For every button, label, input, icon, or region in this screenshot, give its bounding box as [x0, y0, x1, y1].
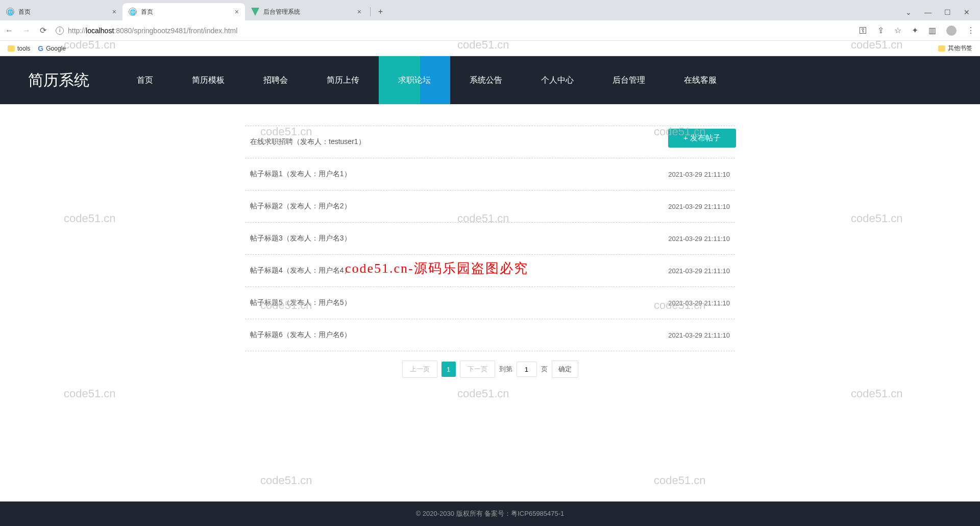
key-icon[interactable]: ⚿: [859, 26, 867, 35]
post-title[interactable]: 帖子标题4（发布人：用户名4）: [250, 266, 351, 275]
watermark: code51.cn: [260, 474, 312, 487]
post-title[interactable]: 帖子标题3（发布人：用户名3）: [250, 234, 351, 243]
site-info-icon[interactable]: i: [56, 27, 64, 35]
post-list: 在线求职招聘（发布人：testuser1）2023-06-08 19:31:05…: [245, 126, 735, 351]
maximize-icon[interactable]: ☐: [944, 8, 951, 16]
publish-post-button[interactable]: + 发布帖子: [668, 129, 736, 148]
watermark: code51.cn: [851, 387, 903, 400]
list-item[interactable]: 帖子标题2（发布人：用户名2）2021-03-29 21:11:10: [245, 190, 735, 223]
url-scheme: http://: [68, 27, 86, 35]
nav-items: 首页 简历模板 招聘会 简历上传 求职论坛 系统公告 个人中心 后台管理 在线客…: [117, 56, 736, 104]
url-input[interactable]: i http://localhost:8080/springbootz9481/…: [56, 27, 850, 35]
nav-home[interactable]: 首页: [117, 56, 173, 104]
url-host: localhost: [86, 27, 114, 35]
list-item[interactable]: 帖子标题3（发布人：用户名3）2021-03-29 21:11:10: [245, 223, 735, 255]
pagination: 上一页 1 下一页 到第 页 确定: [245, 361, 735, 378]
prev-page-button[interactable]: 上一页: [402, 361, 437, 378]
list-item[interactable]: 帖子标题4（发布人：用户名4）2021-03-29 21:11:10: [245, 255, 735, 287]
forward-icon[interactable]: →: [22, 26, 31, 35]
star-icon[interactable]: ☆: [894, 26, 901, 35]
folder-icon: [938, 45, 945, 52]
footer: © 2020-2030 版权所有 备案号：粤ICP65985475-1: [0, 501, 980, 526]
list-item[interactable]: 在线求职招聘（发布人：testuser1）2023-06-08 19:31:05: [245, 126, 735, 158]
page-number[interactable]: 1: [442, 362, 456, 377]
tab-title: 后台管理系统: [263, 8, 353, 16]
post-date: 2021-03-29 21:11:10: [668, 171, 730, 178]
close-icon[interactable]: ×: [235, 8, 239, 16]
profile-icon[interactable]: [946, 26, 957, 36]
watermark: code51.cn: [654, 474, 706, 487]
post-date: 2021-03-29 21:11:10: [668, 235, 730, 243]
site-logo[interactable]: 简历系统: [0, 70, 117, 91]
bookmark-bar: tools GGoogle 其他书签: [0, 41, 980, 56]
folder-icon: [8, 45, 15, 52]
watermark: code51.cn: [457, 387, 509, 400]
bookmark-label: tools: [17, 45, 30, 52]
new-tab-button[interactable]: +: [370, 7, 385, 16]
nav-resume-upload[interactable]: 简历上传: [307, 56, 379, 104]
url-path: :8080/springbootz9481/front/index.html: [114, 27, 237, 35]
reload-icon[interactable]: ⟳: [40, 26, 46, 35]
post-title[interactable]: 在线求职招聘（发布人：testuser1）: [250, 137, 365, 147]
google-icon: G: [38, 44, 43, 53]
window-controls: ⌄ — ☐ ✕: [905, 8, 980, 20]
tab-title: 首页: [18, 8, 108, 16]
browser-tab-strip: 🌐 首页 × 🌐 首页 × 后台管理系统 × + ⌄ — ☐ ✕: [0, 0, 980, 20]
close-window-icon[interactable]: ✕: [964, 8, 970, 16]
bookmark-other[interactable]: 其他书签: [938, 44, 972, 53]
browser-tab-0[interactable]: 🌐 首页 ×: [0, 3, 122, 20]
watermark: code51.cn: [64, 212, 116, 225]
post-date: 2021-03-29 21:11:10: [668, 331, 730, 339]
nav-resume-template[interactable]: 简历模板: [173, 56, 244, 104]
extensions-icon[interactable]: ✦: [912, 26, 918, 35]
vue-icon: [251, 8, 259, 16]
share-icon[interactable]: ⇪: [877, 26, 884, 35]
nav-personal-center[interactable]: 个人中心: [522, 56, 593, 104]
panel-icon[interactable]: ▥: [928, 26, 936, 35]
back-icon[interactable]: ←: [5, 26, 13, 35]
post-date: 2021-03-29 21:11:10: [668, 299, 730, 307]
bookmark-google[interactable]: GGoogle: [38, 44, 66, 53]
watermark: code51.cn: [851, 212, 903, 225]
nav-job-fair[interactable]: 招聘会: [244, 56, 307, 104]
globe-icon: 🌐: [6, 8, 14, 16]
globe-icon: 🌐: [129, 8, 137, 16]
goto-label: 到第: [499, 365, 512, 374]
post-title[interactable]: 帖子标题5（发布人：用户名5）: [250, 298, 351, 307]
page-input[interactable]: [517, 362, 537, 377]
tab-title: 首页: [141, 8, 231, 16]
nav-admin[interactable]: 后台管理: [593, 56, 665, 104]
browser-tab-1[interactable]: 🌐 首页 ×: [122, 3, 245, 20]
site-nav: 简历系统 首页 简历模板 招聘会 简历上传 求职论坛 系统公告 个人中心 后台管…: [0, 56, 980, 104]
nav-customer-service[interactable]: 在线客服: [665, 56, 736, 104]
content-area: + 发布帖子 在线求职招聘（发布人：testuser1）2023-06-08 1…: [245, 126, 735, 378]
browser-tab-2[interactable]: 后台管理系统 ×: [245, 3, 368, 20]
post-title[interactable]: 帖子标题2（发布人：用户名2）: [250, 202, 351, 211]
nav-job-forum[interactable]: 求职论坛: [379, 56, 450, 104]
list-item[interactable]: 帖子标题6（发布人：用户名6）2021-03-29 21:11:10: [245, 319, 735, 351]
list-item[interactable]: 帖子标题1（发布人：用户名1）2021-03-29 21:11:10: [245, 158, 735, 190]
address-bar: ← → ⟳ i http://localhost:8080/springboot…: [0, 20, 980, 41]
close-icon[interactable]: ×: [357, 8, 361, 16]
nav-announcement[interactable]: 系统公告: [450, 56, 522, 104]
post-date: 2021-03-29 21:11:10: [668, 267, 730, 275]
list-item[interactable]: 帖子标题5（发布人：用户名5）2021-03-29 21:11:10: [245, 287, 735, 319]
minimize-icon[interactable]: —: [924, 8, 932, 16]
post-title[interactable]: 帖子标题6（发布人：用户名6）: [250, 330, 351, 340]
post-title[interactable]: 帖子标题1（发布人：用户名1）: [250, 170, 351, 179]
page-unit: 页: [541, 365, 548, 374]
next-page-button[interactable]: 下一页: [460, 361, 495, 378]
chevron-down-icon[interactable]: ⌄: [905, 8, 912, 16]
confirm-button[interactable]: 确定: [552, 361, 578, 378]
bookmark-label: Google: [46, 45, 66, 52]
post-date: 2021-03-29 21:11:10: [668, 203, 730, 210]
menu-icon[interactable]: ⋮: [967, 26, 975, 35]
close-icon[interactable]: ×: [112, 8, 116, 16]
bookmark-tools[interactable]: tools: [8, 45, 30, 52]
bookmark-label: 其他书签: [948, 44, 972, 53]
toolbar-icons: ⚿ ⇪ ☆ ✦ ▥ ⋮: [859, 26, 975, 36]
watermark: code51.cn: [64, 387, 116, 400]
